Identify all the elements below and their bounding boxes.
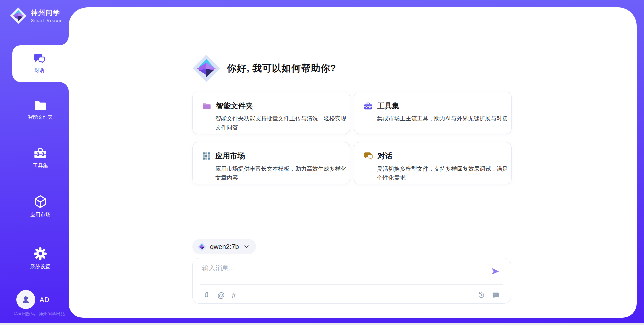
- at-icon: @: [217, 291, 225, 299]
- diamond-logo-icon: [192, 54, 220, 82]
- bottom-edge-strip: [0, 323, 644, 325]
- sidebar-item-smart-folder[interactable]: 智能文件夹: [10, 100, 70, 120]
- card-app-market[interactable]: 应用市场 应用市场提供丰富长文本模板，助力高效生成多样化文章内容: [192, 142, 350, 184]
- model-selector[interactable]: qwen2:7b: [192, 239, 256, 254]
- chat-icon: [33, 54, 45, 64]
- card-description: 智能文件夹功能支持批量文件上传与清洗，轻松实现文件问答: [215, 114, 350, 132]
- attach-button[interactable]: [203, 291, 210, 299]
- chat-icon: [364, 152, 373, 160]
- message-icon: [492, 291, 500, 299]
- grid-icon: [202, 152, 211, 160]
- user-initials: AD: [40, 296, 50, 304]
- history-icon: [478, 291, 485, 299]
- send-button[interactable]: [491, 267, 500, 276]
- cube-icon: [34, 195, 47, 209]
- card-description: 灵活切换多模型文件，支持多样回复效果调试，满足个性化需求: [377, 164, 512, 182]
- history-button[interactable]: [478, 291, 485, 299]
- paperclip-icon: [203, 291, 210, 299]
- message-input[interactable]: [202, 264, 484, 282]
- gear-icon: [33, 247, 47, 261]
- brand-subtitle: Smart Vision: [31, 18, 62, 23]
- card-title: 智能文件夹: [216, 101, 253, 111]
- sidebar-item-label: 系统设置: [30, 264, 50, 270]
- folder-icon: [202, 102, 211, 110]
- card-title: 工具集: [377, 101, 399, 111]
- sidebar-item-app-market[interactable]: 应用市场: [10, 195, 70, 218]
- avatar: [16, 290, 35, 309]
- card-description: 应用市场提供丰富长文本模板，助力高效生成多样化文章内容: [215, 164, 350, 182]
- feature-cards: 智能文件夹 智能文件夹功能支持批量文件上传与清洗，轻松实现文件问答 工具集 集成…: [192, 92, 512, 184]
- model-selector-value: qwen2:7b: [210, 243, 239, 251]
- copyright-text: ©神州数码 · 神州问学出品: [14, 311, 65, 317]
- composer-divider: [200, 284, 503, 285]
- card-toolset[interactable]: 工具集 集成市场上主流工具，助力AI与外界无缝扩展与对接: [354, 92, 512, 134]
- user-profile[interactable]: AD: [16, 290, 50, 309]
- diamond-logo-icon: [10, 7, 27, 24]
- chevron-down-icon: [243, 243, 250, 250]
- sidebar: 神州问学 Smart Vision 对话 智能文件夹 工具集 应用市场 系统设置…: [0, 0, 69, 323]
- sidebar-item-label: 智能文件夹: [28, 114, 53, 120]
- sidebar-item-settings[interactable]: 系统设置: [10, 247, 70, 270]
- brand-logo: 神州问学 Smart Vision: [10, 7, 62, 24]
- diamond-logo-icon: [197, 242, 206, 251]
- toolbox-icon: [34, 147, 47, 159]
- card-title: 应用市场: [215, 151, 245, 161]
- card-title: 对话: [378, 151, 392, 161]
- topic-button[interactable]: #: [232, 291, 236, 299]
- sidebar-item-label: 工具集: [33, 162, 48, 169]
- mention-button[interactable]: @: [217, 291, 225, 299]
- sidebar-item-chat-active[interactable]: 对话: [12, 36, 69, 91]
- card-smart-folder[interactable]: 智能文件夹 智能文件夹功能支持批量文件上传与清洗，轻松实现文件问答: [192, 92, 350, 134]
- toolbox-icon: [364, 102, 373, 110]
- card-chat[interactable]: 对话 灵活切换多模型文件，支持多样回复效果调试，满足个性化需求: [354, 142, 512, 184]
- sidebar-item-label: 对话: [34, 67, 44, 74]
- brand-name: 神州问学: [31, 8, 62, 17]
- conversation-button[interactable]: [492, 291, 500, 299]
- hash-icon: #: [232, 291, 236, 299]
- greeting-block: 你好, 我可以如何帮助你?: [192, 54, 336, 82]
- folder-icon: [34, 100, 47, 111]
- main-panel: 你好, 我可以如何帮助你? 智能文件夹 智能文件夹功能支持批量文件上传与清洗，轻…: [69, 7, 637, 318]
- greeting-title: 你好, 我可以如何帮助你?: [227, 62, 336, 75]
- send-icon: [491, 267, 500, 276]
- card-description: 集成市场上主流工具，助力AI与外界无缝扩展与对接: [377, 114, 512, 123]
- message-composer: @ #: [192, 258, 511, 304]
- sidebar-item-label: 应用市场: [30, 212, 50, 218]
- sidebar-item-toolset[interactable]: 工具集: [10, 147, 70, 169]
- person-icon: [20, 294, 32, 305]
